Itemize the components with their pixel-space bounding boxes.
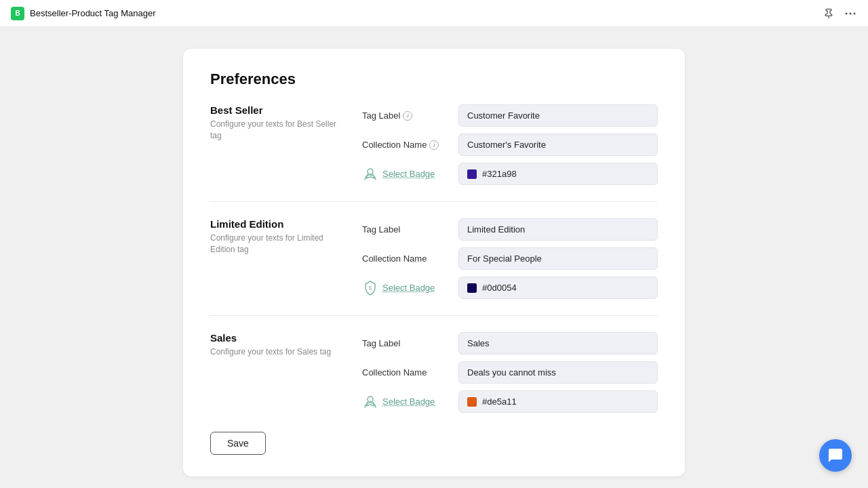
- section-title-limited-edition: Limited Edition: [210, 218, 346, 230]
- section-title-best-seller: Best Seller: [210, 104, 346, 116]
- tag-label-row-limited-edition: Tag Label: [362, 218, 658, 241]
- save-button[interactable]: Save: [210, 432, 266, 455]
- section-left-limited-edition: Limited Edition Configure your texts for…: [210, 218, 346, 299]
- collection-name-info-icon-best-seller: i: [429, 140, 439, 150]
- color-field-limited-edition[interactable]: #0d0054: [458, 277, 658, 299]
- select-badge-label-best-seller: Select Badge: [382, 169, 435, 179]
- section-limited-edition: Limited Edition Configure your texts for…: [210, 201, 658, 299]
- collection-name-input-limited-edition[interactable]: [458, 247, 658, 270]
- chat-icon: [827, 447, 844, 464]
- section-desc-best-seller: Configure your texts for Best Seller tag: [210, 119, 346, 142]
- section-desc-sales: Configure your texts for Sales tag: [210, 346, 346, 358]
- section-right-best-seller: Tag Label i Collection Name i: [362, 104, 658, 185]
- collection-name-row-sales: Collection Name: [362, 361, 658, 384]
- section-title-sales: Sales: [210, 332, 346, 344]
- svg-point-4: [368, 169, 373, 174]
- chat-bubble[interactable]: [819, 439, 852, 472]
- select-badge-button-limited-edition[interactable]: $ Select Badge: [362, 280, 450, 296]
- collection-name-input-sales[interactable]: [458, 361, 658, 384]
- tag-label-info-icon-best-seller: i: [403, 111, 412, 121]
- tag-label-input-sales[interactable]: [458, 332, 658, 354]
- app-title: Bestseller-Product Tag Manager: [30, 8, 155, 18]
- color-swatch-sales: [467, 397, 477, 407]
- select-badge-button-sales[interactable]: Select Badge: [362, 394, 450, 410]
- section-left-sales: Sales Configure your texts for Sales tag: [210, 332, 346, 413]
- collection-name-input-best-seller[interactable]: [458, 134, 658, 156]
- svg-point-6: [368, 396, 373, 402]
- svg-point-2: [850, 12, 852, 14]
- select-badge-button-best-seller[interactable]: Select Badge: [362, 166, 450, 182]
- select-badge-label-sales: Select Badge: [382, 396, 435, 407]
- tag-label-row-sales: Tag Label: [362, 332, 658, 354]
- more-icon[interactable]: [844, 7, 857, 20]
- pin-icon[interactable]: [822, 7, 835, 20]
- collection-name-row-limited-edition: Collection Name: [362, 247, 658, 270]
- tag-label-label-limited-edition: Tag Label: [362, 224, 450, 235]
- select-badge-label-limited-edition: Select Badge: [382, 283, 435, 293]
- color-field-sales[interactable]: #de5a11: [458, 390, 658, 413]
- svg-point-3: [854, 12, 856, 14]
- badge-row-sales: Select Badge #de5a11: [362, 390, 658, 413]
- tag-label-row-best-seller: Tag Label i: [362, 104, 658, 127]
- section-desc-limited-edition: Configure your texts for Limited Edition…: [210, 232, 346, 256]
- collection-name-label-sales: Collection Name: [362, 367, 450, 378]
- tag-label-label-best-seller: Tag Label i: [362, 110, 450, 121]
- section-left-best-seller: Best Seller Configure your texts for Bes…: [210, 104, 346, 185]
- collection-name-row-best-seller: Collection Name i: [362, 134, 658, 156]
- collection-name-label-limited-edition: Collection Name: [362, 253, 450, 264]
- app-icon: B: [11, 7, 24, 20]
- tag-label-input-limited-edition[interactable]: [458, 218, 658, 241]
- section-right-limited-edition: Tag Label Collection Name: [362, 218, 658, 299]
- badge-row-best-seller: Select Badge #321a98: [362, 163, 658, 185]
- section-sales: Sales Configure your texts for Sales tag…: [210, 315, 658, 413]
- badge-person-icon-sales: [362, 394, 378, 410]
- badge-row-limited-edition: $ Select Badge #0d0054: [362, 277, 658, 299]
- color-field-best-seller[interactable]: #321a98: [458, 163, 658, 185]
- color-swatch-limited-edition: [467, 283, 477, 293]
- section-best-seller: Best Seller Configure your texts for Bes…: [210, 104, 658, 185]
- color-value-best-seller: #321a98: [482, 169, 517, 179]
- preferences-card: Preferences Best Seller Configure your t…: [183, 49, 685, 476]
- collection-name-label-best-seller: Collection Name i: [362, 140, 450, 150]
- section-right-sales: Tag Label Collection Name: [362, 332, 658, 413]
- badge-shield-icon-limited-edition: $: [362, 280, 378, 296]
- svg-point-1: [846, 12, 848, 14]
- tag-label-label-sales: Tag Label: [362, 338, 450, 348]
- color-value-limited-edition: #0d0054: [482, 283, 517, 293]
- topbar-right: [822, 7, 857, 20]
- badge-person-icon-best-seller: [362, 166, 378, 182]
- save-row: Save: [210, 432, 658, 455]
- topbar: B Bestseller-Product Tag Manager: [0, 0, 868, 27]
- color-value-sales: #de5a11: [482, 396, 517, 407]
- color-swatch-best-seller: [467, 169, 477, 179]
- topbar-left: B Bestseller-Product Tag Manager: [11, 7, 155, 20]
- main-content: Preferences Best Seller Configure your t…: [0, 27, 868, 488]
- svg-text:$: $: [369, 285, 372, 291]
- tag-label-input-best-seller[interactable]: [458, 104, 658, 127]
- page-title: Preferences: [210, 70, 658, 88]
